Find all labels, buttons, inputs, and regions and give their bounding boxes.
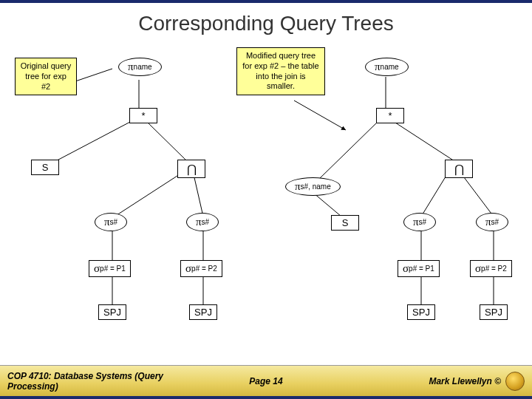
footer-page: Page 14 — [214, 376, 318, 386]
svg-line-14 — [421, 174, 447, 216]
sigma-symbol: σ — [475, 262, 481, 275]
pi-sub: s# — [202, 218, 210, 226]
svg-line-0 — [75, 69, 112, 81]
sigma-symbol: σ — [94, 262, 100, 275]
left-spj-2: SPJ — [189, 304, 217, 320]
left-sigma-p1: σp# = P1 — [89, 260, 131, 277]
right-s: S — [331, 215, 359, 231]
left-pi-name: πname — [118, 58, 162, 76]
right-pi-s2: πs# — [476, 213, 508, 231]
footer-right: Mark Llewellyn © — [318, 372, 525, 391]
sigma-sub: p# = P2 — [481, 265, 507, 273]
pi-symbol: π — [375, 61, 381, 73]
svg-line-13 — [393, 121, 454, 161]
pi-sub: name — [381, 63, 399, 71]
left-star: * — [129, 108, 157, 123]
label-original: Original query tree for exp #2 — [15, 58, 77, 95]
right-pi-name: πname — [365, 58, 409, 76]
left-spj-1: SPJ — [98, 304, 126, 320]
right-pi-sname: πs#, name — [285, 177, 341, 196]
pi-sub: s# — [491, 218, 499, 226]
svg-line-5 — [194, 174, 203, 216]
left-pi-s2: πs# — [186, 213, 219, 231]
pi-symbol: π — [196, 216, 202, 228]
page-title: Corresponding Query Trees — [0, 3, 532, 41]
left-sigma-p2: σp# = P2 — [180, 260, 222, 277]
svg-line-4 — [115, 174, 180, 216]
left-pi-s1: πs# — [95, 213, 127, 231]
pi-symbol: π — [485, 216, 491, 228]
right-spj-2: SPJ — [480, 304, 508, 320]
svg-line-10 — [294, 100, 346, 130]
right-intersect: ⋂ — [445, 160, 473, 178]
right-sigma-p2: σp# = P2 — [470, 260, 512, 277]
sigma-sub: p# = P1 — [409, 265, 434, 273]
pi-symbol: π — [295, 180, 301, 193]
left-s: S — [31, 160, 59, 175]
svg-line-2 — [47, 121, 132, 166]
pi-sub: name — [134, 63, 152, 71]
svg-line-15 — [462, 174, 494, 216]
sigma-sub: p# = P1 — [100, 265, 126, 273]
footer-author: Mark Llewellyn © — [429, 376, 501, 386]
label-modified: Modified query tree for exp #2 – the tab… — [236, 47, 325, 95]
svg-line-3 — [146, 121, 187, 161]
footer: COP 4710: Database Systems (Query Proces… — [0, 365, 532, 396]
sigma-symbol: σ — [185, 262, 191, 275]
right-pi-s1: πs# — [403, 213, 436, 231]
left-intersect: ⋂ — [177, 160, 205, 178]
sigma-sub: p# = P2 — [191, 265, 217, 273]
right-star: * — [376, 108, 404, 123]
right-spj-1: SPJ — [407, 304, 435, 320]
diagram-canvas: Original query tree for exp #2 Modified … — [0, 41, 532, 359]
svg-line-12 — [318, 121, 378, 180]
pi-symbol: π — [413, 216, 419, 228]
sigma-symbol: σ — [403, 262, 409, 275]
ucf-logo-icon — [505, 372, 525, 391]
svg-line-16 — [313, 193, 341, 216]
footer-left: COP 4710: Database Systems (Query Proces… — [7, 371, 214, 392]
pi-sub: s# — [110, 218, 118, 226]
right-sigma-p1: σp# = P1 — [398, 260, 440, 277]
pi-sub: s# — [419, 218, 427, 226]
pi-symbol: π — [128, 61, 134, 73]
pi-sub: s#, name — [301, 183, 331, 191]
pi-symbol: π — [104, 216, 110, 228]
